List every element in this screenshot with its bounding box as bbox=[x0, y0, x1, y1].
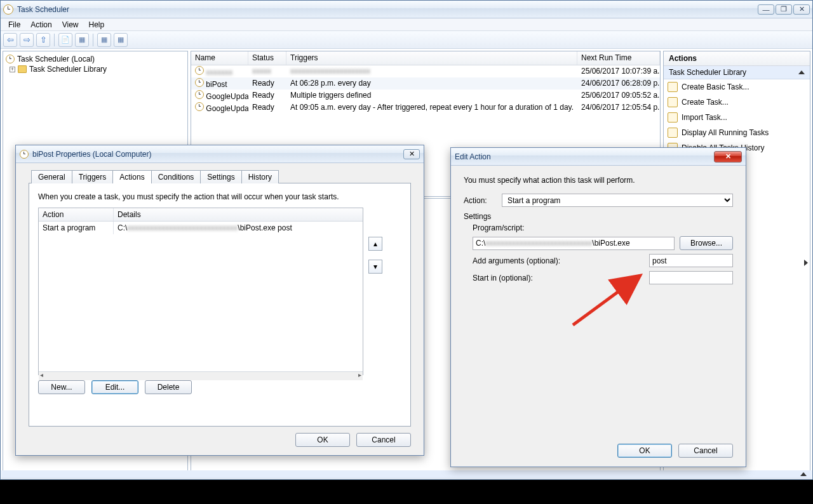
tab-description: When you create a task, you must specify… bbox=[38, 192, 401, 201]
program-prefix: C:\ bbox=[476, 239, 485, 248]
action-cell: Start a program bbox=[39, 222, 114, 234]
menu-action[interactable]: Action bbox=[27, 19, 55, 30]
tabstrip: General Triggers Actions Conditions Sett… bbox=[16, 163, 424, 183]
tree-root[interactable]: Task Scheduler (Local) bbox=[6, 54, 185, 64]
dialog-description: You must specify what action this task w… bbox=[464, 176, 733, 185]
task-trigger: Multiple triggers defined bbox=[286, 90, 577, 101]
tree-library[interactable]: + Task Scheduler Library bbox=[6, 64, 185, 74]
edit-action-dialog: Edit Action ✕ You must specify what acti… bbox=[450, 147, 746, 467]
col-action: Action bbox=[39, 208, 114, 221]
program-input[interactable]: C:\xxxxxxxxxxxxxxxxxxxxxxxxxxxx\biPost.e… bbox=[473, 237, 675, 250]
toolbar-icon-1[interactable] bbox=[58, 33, 72, 47]
tab-settings[interactable]: Settings bbox=[200, 170, 241, 183]
actions-group-header[interactable]: Task Scheduler Library bbox=[664, 66, 810, 79]
arguments-input[interactable] bbox=[649, 254, 733, 267]
details-prefix: C:\ bbox=[118, 223, 127, 232]
new-button[interactable]: New... bbox=[38, 380, 85, 394]
clock-icon bbox=[20, 150, 29, 159]
tab-history[interactable]: History bbox=[241, 170, 279, 183]
dialog-title: Edit Action bbox=[455, 152, 491, 161]
tab-actions[interactable]: Actions bbox=[112, 170, 151, 183]
toolbar-icon-4[interactable] bbox=[114, 33, 128, 47]
move-down-button[interactable]: ▾ bbox=[368, 260, 382, 274]
task-trigger: At 09:05 a.m. every day - After triggere… bbox=[286, 102, 577, 113]
clock-icon bbox=[195, 66, 204, 75]
actions-group-footer[interactable] bbox=[1, 470, 812, 479]
action-import-task[interactable]: Import Task... bbox=[664, 110, 810, 125]
task-trigger: At 06:28 p.m. every day bbox=[286, 77, 577, 89]
program-label: Program/script: bbox=[473, 223, 733, 232]
action-create-basic-task[interactable]: Create Basic Task... bbox=[664, 79, 810, 95]
menu-view[interactable]: View bbox=[58, 19, 83, 30]
col-name[interactable]: Name bbox=[191, 51, 248, 65]
toolbar-icon-2[interactable] bbox=[75, 33, 89, 47]
task-row-bipost[interactable]: biPost Ready At 06:28 p.m. every day 24/… bbox=[191, 77, 660, 90]
clock-icon bbox=[3, 4, 13, 15]
cancel-button[interactable]: Cancel bbox=[678, 444, 733, 458]
nav-back-button[interactable] bbox=[3, 33, 17, 47]
nav-up-button[interactable] bbox=[36, 33, 50, 47]
expand-icon[interactable] bbox=[804, 260, 808, 266]
settings-label: Settings bbox=[464, 212, 733, 221]
details-blurred: xxxxxxxxxxxxxxxxxxxxxxxxxxxxx bbox=[127, 223, 238, 232]
tab-general[interactable]: General bbox=[31, 170, 72, 183]
actions-title: Actions bbox=[664, 51, 810, 66]
action-create-task[interactable]: Create Task... bbox=[664, 95, 810, 110]
program-blurred: xxxxxxxxxxxxxxxxxxxxxxxxxxxx bbox=[485, 239, 592, 248]
toolbar-icon-3[interactable] bbox=[97, 33, 111, 47]
program-suffix: \biPost.exe bbox=[592, 239, 629, 248]
task-status: Ready bbox=[248, 77, 286, 89]
ok-button[interactable]: OK bbox=[617, 444, 672, 458]
col-triggers[interactable]: Triggers bbox=[286, 51, 577, 65]
dialog-body: You must specify what action this task w… bbox=[451, 166, 746, 298]
maximize-button[interactable]: ❐ bbox=[776, 4, 792, 15]
task-row[interactable]: GoogleUpda... Ready At 09:05 a.m. every … bbox=[191, 102, 660, 114]
titlebar: Task Scheduler — ❐ ✕ bbox=[1, 1, 812, 18]
clock-icon bbox=[195, 90, 204, 99]
startin-input[interactable] bbox=[649, 271, 733, 284]
task-row[interactable]: xxxxxxx xxxxx xxxxxxxxxxxxxxxxxxxxx 25/0… bbox=[191, 65, 660, 77]
task-name: biPost bbox=[206, 80, 227, 89]
browse-button[interactable]: Browse... bbox=[680, 236, 733, 250]
task-row[interactable]: GoogleUpda... Ready Multiple triggers de… bbox=[191, 90, 660, 102]
collapse-icon bbox=[798, 70, 805, 74]
details-suffix: \biPost.exe post bbox=[238, 223, 292, 232]
task-next: 24/06/2017 06:28:09 p. bbox=[577, 77, 660, 89]
minimize-button[interactable]: — bbox=[758, 4, 774, 15]
close-button[interactable]: ✕ bbox=[403, 149, 420, 159]
collapse-icon bbox=[800, 472, 807, 476]
toolbar-separator bbox=[93, 34, 93, 46]
task-status: Ready bbox=[248, 102, 286, 113]
tab-triggers[interactable]: Triggers bbox=[72, 170, 114, 183]
arguments-label: Add arguments (optional): bbox=[473, 256, 560, 265]
clock-icon bbox=[195, 102, 204, 111]
cancel-button[interactable]: Cancel bbox=[356, 433, 411, 447]
startin-label: Start in (optional): bbox=[473, 274, 533, 282]
action-display-running[interactable]: Display All Running Tasks bbox=[664, 125, 810, 140]
expand-icon[interactable]: + bbox=[10, 67, 15, 72]
col-status[interactable]: Status bbox=[248, 51, 286, 65]
col-details: Details bbox=[114, 208, 363, 221]
move-up-button[interactable]: ▴ bbox=[368, 237, 382, 251]
close-button[interactable]: ✕ bbox=[714, 151, 742, 162]
dialog-title: biPost Properties (Local Computer) bbox=[32, 150, 151, 159]
app-title: Task Scheduler bbox=[17, 5, 69, 14]
actions-group-label: Task Scheduler Library bbox=[669, 68, 746, 77]
close-button[interactable]: ✕ bbox=[793, 4, 810, 15]
action-row[interactable]: Start a program C:\xxxxxxxxxxxxxxxxxxxxx… bbox=[39, 222, 363, 234]
ok-button[interactable]: OK bbox=[295, 433, 350, 447]
details-cell: C:\xxxxxxxxxxxxxxxxxxxxxxxxxxxxx\biPost.… bbox=[114, 222, 363, 234]
horizontal-scrollbar[interactable] bbox=[39, 371, 363, 380]
tab-conditions[interactable]: Conditions bbox=[151, 170, 201, 183]
actions-table[interactable]: Action Details Start a program C:\xxxxxx… bbox=[38, 208, 363, 375]
delete-button[interactable]: Delete bbox=[145, 380, 192, 394]
edit-button[interactable]: Edit... bbox=[91, 380, 138, 394]
menu-help[interactable]: Help bbox=[85, 19, 109, 30]
menu-file[interactable]: File bbox=[4, 19, 24, 30]
col-next-run[interactable]: Next Run Time bbox=[577, 51, 660, 65]
dialog-titlebar: biPost Properties (Local Computer) ✕ bbox=[16, 145, 424, 163]
nav-forward-button[interactable] bbox=[20, 33, 34, 47]
task-next: 25/06/2017 10:07:39 a. bbox=[577, 65, 660, 77]
clock-icon bbox=[6, 55, 15, 63]
action-select[interactable]: Start a program bbox=[502, 194, 733, 207]
